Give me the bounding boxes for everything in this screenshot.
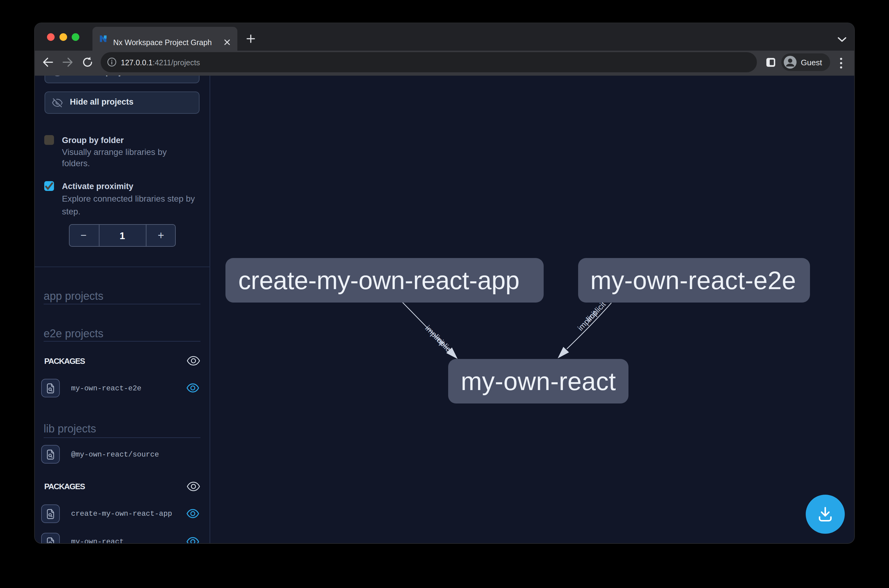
svg-text:my-own-react: my-own-react (461, 367, 616, 396)
svg-text:implicit: implicit (432, 333, 456, 357)
svg-text:create-my-own-react-app: create-my-own-react-app (238, 266, 520, 295)
svg-text:my-own-react-e2e: my-own-react-e2e (590, 266, 796, 295)
